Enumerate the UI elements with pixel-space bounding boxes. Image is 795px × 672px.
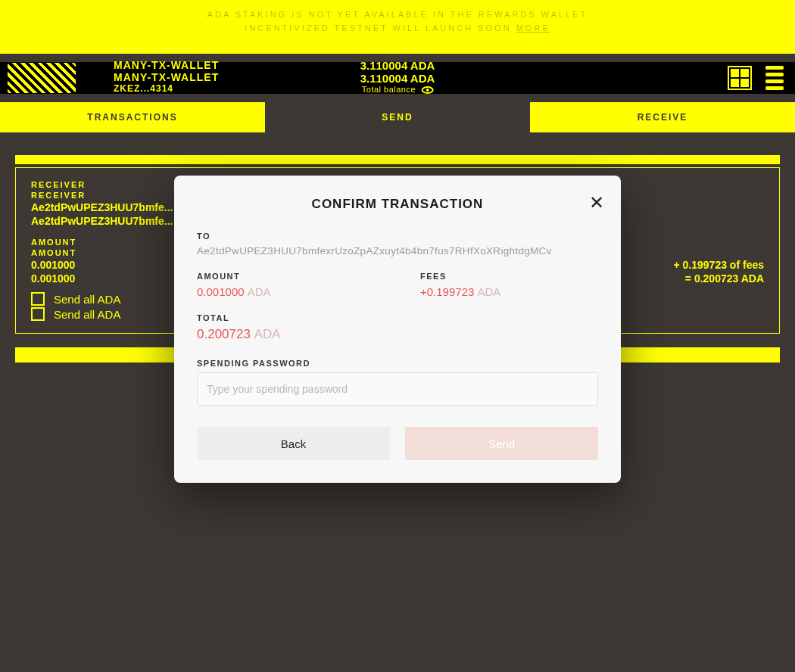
to-label: TO [197, 232, 598, 241]
modal-title: CONFIRM TRANSACTION [197, 197, 598, 212]
send-button[interactable]: Send [405, 427, 598, 460]
close-icon[interactable]: ✕ [589, 192, 604, 213]
modal-amount-value: 0.001000 ADA [197, 285, 375, 298]
modal-fees-label: FEES [420, 272, 598, 281]
modal-total-value: 0.200723 ADA [197, 327, 598, 342]
modal-amount-label: AMOUNT [197, 272, 375, 281]
modal-overlay: ✕ CONFIRM TRANSACTION TO Ae2tdPwUPEZ3HUU… [0, 0, 795, 672]
modal-total-label: TOTAL [197, 313, 598, 322]
confirm-modal: ✕ CONFIRM TRANSACTION TO Ae2tdPwUPEZ3HUU… [174, 176, 621, 483]
to-address: Ae2tdPwUPEZ3HUU7bmfexrUzoZpAZxuyt4b4bn7f… [197, 245, 598, 257]
spending-password-label: SPENDING PASSWORD [197, 359, 598, 368]
back-button[interactable]: Back [197, 427, 390, 460]
modal-fees-value: +0.199723 ADA [420, 285, 598, 298]
spending-password-input[interactable] [197, 372, 598, 406]
